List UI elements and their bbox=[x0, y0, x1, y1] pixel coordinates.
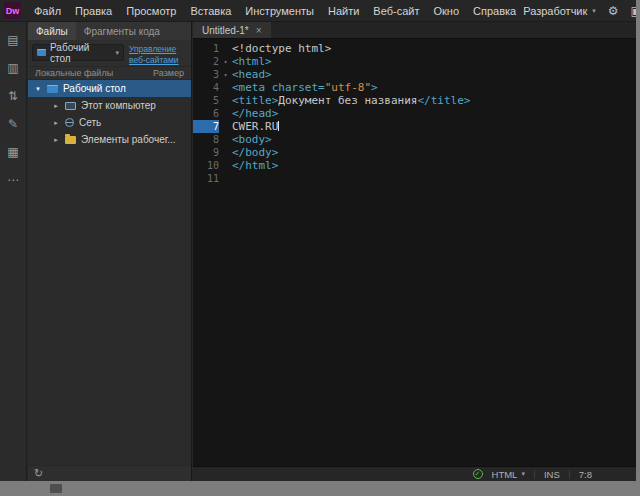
line-number: 6 bbox=[193, 107, 219, 120]
code-line[interactable]: 3▾<head> bbox=[193, 68, 636, 81]
close-icon[interactable]: × bbox=[256, 25, 262, 36]
main-area: ▤▥⇅✎▦⋯ Файлы Фрагменты кода Рабочий стол… bbox=[0, 22, 636, 481]
fold-gutter bbox=[219, 42, 232, 55]
status-bar: ✓ HTML ▾ INS 7:8 bbox=[193, 466, 636, 481]
taskbar-icon[interactable] bbox=[50, 484, 62, 493]
extensions-icon[interactable]: ▦ bbox=[5, 146, 21, 158]
chevron-down-icon: ▾ bbox=[115, 49, 119, 57]
column-size[interactable]: Размер bbox=[153, 68, 184, 78]
chevron-down-icon: ▾ bbox=[592, 7, 596, 15]
tree-item-label: Сеть bbox=[79, 117, 101, 128]
layout-grid-icon[interactable]: ▣ bbox=[631, 5, 636, 17]
tree-column-headers: Локальные файлы Размер bbox=[28, 66, 191, 80]
expand-icon[interactable]: ▸ bbox=[52, 102, 60, 110]
code-line[interactable]: 4<meta charset="utf-8"> bbox=[193, 81, 636, 94]
site-icon bbox=[37, 49, 46, 56]
code-editor: Untitled-1* × 1<!doctype html>2▾<html>3▾… bbox=[193, 22, 636, 481]
files-panel-footer: ↻ bbox=[28, 465, 191, 481]
line-number: 9 bbox=[193, 146, 219, 159]
menu-item-8[interactable]: Справка bbox=[466, 0, 523, 22]
code-text: <html> bbox=[232, 55, 272, 68]
code-text: <title>Документ без названия</title> bbox=[232, 94, 470, 107]
file-transfer-icon[interactable]: ⇅ bbox=[5, 90, 21, 102]
tree-row[interactable]: ▾Рабочий стол bbox=[28, 80, 191, 97]
files-panel: Файлы Фрагменты кода Рабочий стол ▾ Упра… bbox=[28, 22, 192, 481]
code-line[interactable]: 5<title>Документ без названия</title> bbox=[193, 94, 636, 107]
files-icon[interactable]: ▤ bbox=[5, 34, 21, 46]
panel-icon-strip: ▤▥⇅✎▦⋯ bbox=[0, 22, 27, 481]
file-tree: ▾Рабочий стол▸Этот компьютер▸Сеть▸Элемен… bbox=[28, 80, 191, 465]
line-number: 4 bbox=[193, 81, 219, 94]
tree-item-label: Элементы рабочег... bbox=[81, 134, 175, 145]
fold-gutter bbox=[219, 81, 232, 94]
menu-item-3[interactable]: Вставка bbox=[183, 0, 238, 22]
code-text: </head> bbox=[232, 107, 278, 120]
document-tab-label: Untitled-1* bbox=[202, 25, 249, 36]
tab-code-snippets[interactable]: Фрагменты кода bbox=[76, 22, 168, 40]
dreamweaver-logo: Dw bbox=[4, 2, 21, 19]
code-line[interactable]: 6</head> bbox=[193, 107, 636, 120]
taskbar bbox=[0, 481, 640, 496]
fold-gutter bbox=[219, 146, 232, 159]
code-line[interactable]: 9</body> bbox=[193, 146, 636, 159]
dreamweaver-window: Dw ФайлПравкаПросмотрВставкаИнструментыН… bbox=[0, 0, 636, 481]
refresh-icon[interactable]: ↻ bbox=[34, 468, 43, 479]
tree-item-label: Рабочий стол bbox=[63, 83, 126, 94]
menu-item-7[interactable]: Окно bbox=[426, 0, 466, 22]
menu-items: ФайлПравкаПросмотрВставкаИнструментыНайт… bbox=[27, 0, 523, 22]
code-line[interactable]: 1<!doctype html> bbox=[193, 42, 636, 55]
tab-files[interactable]: Файлы bbox=[28, 22, 76, 40]
code-text: <body> bbox=[232, 133, 272, 146]
menubar-right: Разработчик ▾ ⚙ ▣ bbox=[523, 5, 636, 17]
menu-item-2[interactable]: Просмотр bbox=[119, 0, 183, 22]
doctype-selector[interactable]: HTML ▾ bbox=[492, 469, 525, 480]
line-number: 10 bbox=[193, 159, 219, 172]
menu-item-0[interactable]: Файл bbox=[27, 0, 68, 22]
tree-row[interactable]: ▸Этот компьютер bbox=[28, 97, 191, 114]
manage-sites-link[interactable]: Управление веб-сайтами bbox=[129, 44, 187, 67]
fold-gutter bbox=[219, 159, 232, 172]
site-selector-dropdown[interactable]: Рабочий стол ▾ bbox=[32, 44, 124, 61]
menu-item-5[interactable]: Найти bbox=[321, 0, 366, 22]
computer-icon bbox=[65, 102, 76, 110]
expand-icon[interactable]: ▸ bbox=[52, 136, 60, 144]
panel-tabs: Файлы Фрагменты кода bbox=[28, 22, 191, 40]
column-local-files[interactable]: Локальные файлы bbox=[35, 68, 113, 78]
chevron-down-icon: ▾ bbox=[521, 470, 525, 478]
document-tab[interactable]: Untitled-1* × bbox=[193, 22, 271, 38]
fold-icon[interactable]: ▾ bbox=[219, 55, 232, 68]
code-line[interactable]: 8<body> bbox=[193, 133, 636, 146]
gear-icon[interactable]: ⚙ bbox=[608, 5, 619, 17]
more-panels-icon[interactable]: ⋯ bbox=[5, 174, 21, 186]
snippets-icon[interactable]: ✎ bbox=[5, 118, 21, 130]
code-line[interactable]: 10</html> bbox=[193, 159, 636, 172]
statusbar-divider bbox=[534, 470, 535, 479]
code-lines[interactable]: 1<!doctype html>2▾<html>3▾<head>4<meta c… bbox=[193, 39, 636, 466]
menu-item-6[interactable]: Веб-сайт bbox=[366, 0, 426, 22]
code-text: </body> bbox=[232, 146, 278, 159]
menu-item-1[interactable]: Правка bbox=[68, 0, 119, 22]
collapse-icon[interactable]: ▾ bbox=[34, 85, 42, 93]
code-line[interactable]: 2▾<html> bbox=[193, 55, 636, 68]
code-text: <!doctype html> bbox=[232, 42, 331, 55]
fold-gutter bbox=[219, 133, 232, 146]
line-number: 8 bbox=[193, 133, 219, 146]
tree-row[interactable]: ▸Элементы рабочег... bbox=[28, 131, 191, 148]
fold-gutter bbox=[219, 94, 232, 107]
tree-row[interactable]: ▸Сеть bbox=[28, 114, 191, 131]
line-number: 1 bbox=[193, 42, 219, 55]
document-tabbar: Untitled-1* × bbox=[193, 22, 636, 39]
fold-gutter bbox=[219, 172, 232, 185]
line-number: 3 bbox=[193, 68, 219, 81]
code-line[interactable]: 7CWER.RU bbox=[193, 120, 636, 133]
code-line[interactable]: 11 bbox=[193, 172, 636, 185]
expand-icon[interactable]: ▸ bbox=[52, 119, 60, 127]
assets-icon[interactable]: ▥ bbox=[5, 62, 21, 74]
fold-icon[interactable]: ▾ bbox=[219, 68, 232, 81]
site-row: Рабочий стол ▾ Управление веб-сайтами bbox=[28, 40, 191, 66]
menu-item-4[interactable]: Инструменты bbox=[238, 0, 321, 22]
fold-gutter bbox=[219, 120, 232, 133]
workspace-switcher[interactable]: Разработчик ▾ bbox=[523, 5, 596, 17]
line-number: 5 bbox=[193, 94, 219, 107]
code-text: CWER.RU bbox=[232, 120, 279, 133]
